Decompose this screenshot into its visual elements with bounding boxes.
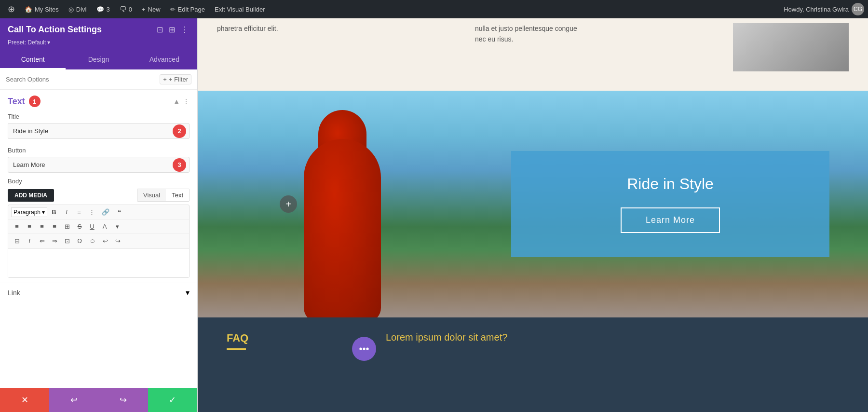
italic-button[interactable]: I — [61, 207, 72, 217]
dots-button[interactable]: ••• — [352, 337, 376, 361]
cancel-button[interactable]: ✕ — [0, 388, 49, 412]
underline-button[interactable]: U — [86, 221, 98, 232]
divi-item[interactable]: ◎ Divi — [65, 4, 91, 15]
add-media-button[interactable]: ADD MEDIA — [8, 189, 54, 202]
link-section[interactable]: Link ▾ — [0, 283, 197, 302]
faq-title: FAQ — [227, 332, 323, 344]
tab-advanced[interactable]: Advanced — [132, 51, 197, 69]
align-left-button[interactable]: ≡ — [11, 221, 23, 232]
emoji-button[interactable]: ☺ — [86, 236, 98, 246]
title-input[interactable] — [8, 124, 173, 138]
link-label: Link — [8, 289, 20, 297]
search-bar: + + Filter — [0, 69, 197, 90]
panel-header: Call To Action Settings ⊡ ⊞ ⋮ Preset: De… — [0, 18, 197, 51]
preset-row[interactable]: Preset: Default ▾ — [8, 39, 190, 46]
add-element-button[interactable]: + — [280, 195, 297, 213]
new-item[interactable]: + New — [138, 4, 164, 15]
editor-toolbar: Paragraph ▾ B I ≡ ⋮ 🔗 ❝ ≡ ≡ ≡ — [8, 205, 190, 278]
preset-chevron: ▾ — [47, 39, 50, 46]
toolbar-row-3: ⊟ I ⇐ ⇒ ⊡ Ω ☺ ↩ ↪ — [8, 234, 189, 248]
section-title: Text — [8, 96, 25, 107]
wp-logo-item[interactable]: ⊕ — [4, 2, 19, 16]
edit-page-item[interactable]: ✏ Edit Page — [166, 4, 209, 15]
align-right-button[interactable]: ≡ — [36, 221, 48, 232]
search-input[interactable] — [6, 76, 156, 83]
faq-column: FAQ — [227, 332, 323, 350]
section-more-icon[interactable]: ⋮ — [183, 97, 190, 105]
lorem-title: Lorem ipsum dolor sit amet? — [386, 332, 507, 343]
visual-text-tabs: Visual Text — [137, 189, 190, 202]
button-input-wrap: 3 — [8, 157, 190, 173]
tab-content[interactable]: Content — [0, 51, 66, 69]
collapse-icon[interactable]: ⊡ — [156, 24, 164, 35]
avatar[interactable]: CG — [852, 3, 864, 15]
tab-design[interactable]: Design — [66, 51, 131, 69]
pencil-icon: ✏ — [170, 6, 176, 13]
panel-title: Call To Action Settings — [8, 25, 102, 35]
section-header-text: Text 1 ▲ ⋮ — [0, 90, 197, 110]
align-center-button[interactable]: ≡ — [24, 221, 35, 232]
canvas: pharetra efficitur elit. nulla et justo … — [198, 18, 868, 412]
tab-visual[interactable]: Visual — [137, 189, 166, 201]
undo-button[interactable]: ↩ — [49, 388, 98, 412]
link-button[interactable]: 🔗 — [99, 207, 112, 217]
canvas-image — [733, 23, 849, 71]
title-input-wrap: 2 — [8, 123, 190, 139]
save-button[interactable]: ✓ — [148, 388, 197, 412]
home-icon: 🏠 — [25, 6, 32, 13]
editor-body[interactable] — [8, 248, 189, 277]
editor-toolbar-top: ADD MEDIA Visual Text — [8, 189, 190, 202]
grid-icon[interactable]: ⊞ — [168, 24, 176, 35]
section-badge: 1 — [29, 96, 41, 107]
link-chevron: ▾ — [186, 288, 190, 297]
fullscreen-button[interactable]: ⊡ — [61, 236, 73, 246]
section-title-row: Text 1 — [8, 96, 41, 107]
special-char-button[interactable]: Ω — [74, 236, 85, 246]
indent-button[interactable]: ⇒ — [49, 236, 60, 246]
italic2-button[interactable]: I — [24, 236, 35, 246]
lorem-area: ••• Lorem ipsum dolor sit amet? — [352, 332, 507, 356]
panel-content: + + Filter Text 1 ▲ ⋮ Title — [0, 69, 197, 388]
comment-count-item[interactable]: 🗨 0 — [116, 3, 136, 15]
paragraph-select[interactable]: Paragraph ▾ — [11, 207, 47, 217]
divi-icon: ◎ — [68, 6, 74, 13]
title-label: Title — [8, 113, 190, 120]
redo-editor-button[interactable]: ↪ — [112, 236, 123, 246]
paste-button[interactable]: ⊟ — [11, 236, 23, 246]
unordered-list-button[interactable]: ≡ — [73, 207, 85, 217]
plus-icon: + — [142, 6, 146, 13]
undo-editor-button[interactable]: ↩ — [99, 236, 111, 246]
justify-button[interactable]: ≡ — [49, 221, 60, 232]
toolbar-row-1: Paragraph ▾ B I ≡ ⋮ 🔗 ❝ — [8, 205, 189, 220]
bottom-section: FAQ ••• Lorem ipsum dolor sit amet? — [198, 317, 868, 412]
top-text-2: nulla et justo pellentesque conguenec eu… — [475, 25, 577, 43]
filter-button[interactable]: + + Filter — [160, 74, 191, 84]
button-field-group: Button 3 — [0, 144, 197, 178]
outdent-button[interactable]: ⇐ — [36, 236, 48, 246]
wp-icon: ⊕ — [8, 4, 15, 14]
panel-header-icons: ⊡ ⊞ ⋮ — [156, 24, 190, 35]
text-color-button[interactable]: A — [99, 221, 110, 232]
hero-learn-more-button[interactable]: Learn More — [621, 207, 720, 233]
panel-tabs: Content Design Advanced — [0, 51, 197, 69]
my-sites-item[interactable]: 🏠 My Sites — [21, 4, 63, 15]
hero-section: + Ride in Style Learn More — [198, 91, 868, 317]
lorem-column: Lorem ipsum dolor sit amet? — [386, 332, 507, 347]
redo-button[interactable]: ↪ — [99, 388, 148, 412]
bottom-bar: ✕ ↩ ↪ ✓ — [0, 388, 197, 412]
collapse-section-icon[interactable]: ▲ — [173, 97, 180, 105]
exit-builder-item[interactable]: Exit Visual Builder — [211, 4, 269, 15]
blockquote-button[interactable]: ❝ — [113, 207, 125, 217]
bold-button[interactable]: B — [48, 207, 60, 217]
table-button[interactable]: ⊞ — [61, 221, 73, 232]
more-icon[interactable]: ⋮ — [180, 24, 190, 35]
ordered-list-button[interactable]: ⋮ — [86, 207, 98, 217]
button-input[interactable] — [8, 157, 173, 172]
tab-text[interactable]: Text — [166, 189, 189, 201]
text-color-dropdown[interactable]: ▾ — [111, 221, 123, 232]
comments-item[interactable]: 💬 3 — [93, 4, 114, 15]
title-field-group: Title 2 — [0, 110, 197, 144]
bubble-icon: 💬 — [96, 6, 104, 13]
canvas-top: pharetra efficitur elit. nulla et justo … — [198, 18, 868, 91]
strikethrough-button[interactable]: S — [74, 221, 85, 232]
